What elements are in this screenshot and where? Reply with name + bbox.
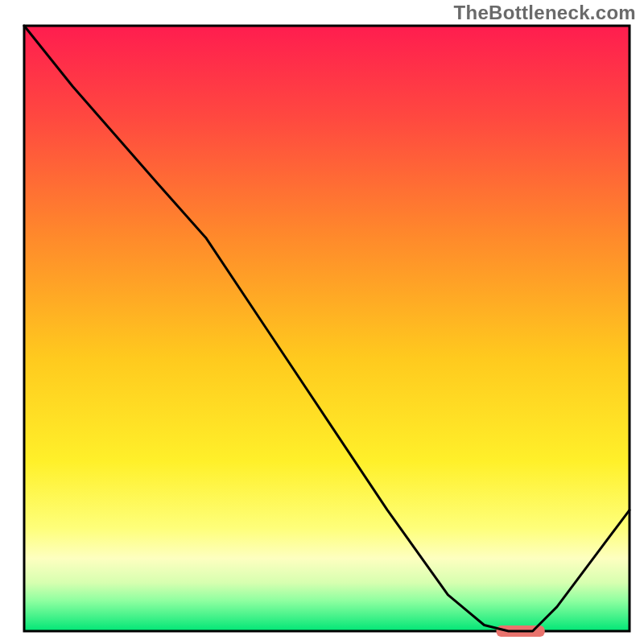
watermark-text: TheBottleneck.com [454, 2, 636, 24]
plot-background [24, 26, 630, 631]
chart-container: TheBottleneck.com [0, 0, 644, 644]
bottleneck-chart [0, 0, 644, 644]
